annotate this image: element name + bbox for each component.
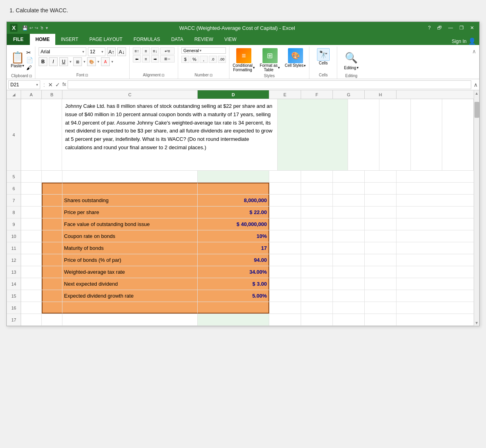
- underline-arrow[interactable]: ▾: [70, 60, 72, 64]
- cell-g10[interactable]: [333, 230, 365, 242]
- col-header-g[interactable]: G: [333, 90, 365, 99]
- cell-g7[interactable]: [333, 195, 365, 206]
- cell-h7[interactable]: [365, 195, 397, 206]
- cell-a11[interactable]: [21, 242, 42, 254]
- cell-c10[interactable]: Coupon rate on bonds: [62, 230, 198, 242]
- increase-font-button[interactable]: A↑: [107, 47, 116, 56]
- formula-expand-button[interactable]: ∧: [474, 82, 478, 88]
- cell-g12[interactable]: [333, 254, 365, 266]
- cells-button[interactable]: 🔭 Cells: [314, 47, 333, 66]
- col-header-a[interactable]: A: [21, 90, 42, 99]
- cell-a13[interactable]: [21, 266, 42, 278]
- cell-d14[interactable]: $ 3.00: [198, 278, 269, 290]
- cell-e12[interactable]: [269, 254, 301, 266]
- format-as-table-button[interactable]: ⊞ Format asTable ▾: [258, 47, 282, 73]
- cell-c9[interactable]: Face value of outstanding bond issue: [62, 218, 198, 230]
- cell-e15[interactable]: [269, 290, 301, 302]
- scroll-down-button[interactable]: ▼: [474, 320, 479, 326]
- undo-icon[interactable]: ↩: [29, 25, 33, 31]
- cell-c13[interactable]: Weighted-average tax rate: [62, 266, 198, 278]
- cell-h17[interactable]: [365, 314, 397, 325]
- conditional-formatting-button[interactable]: ≡ ConditionalFormatting ▾: [231, 47, 257, 73]
- vertical-scrollbar[interactable]: ▲ ▼: [474, 90, 479, 326]
- cell-e9[interactable]: [269, 218, 301, 230]
- cell-c7[interactable]: Shares outstanding: [62, 195, 198, 206]
- paste-button[interactable]: 📋 Paste ▾: [11, 52, 25, 68]
- help-button[interactable]: ?: [426, 24, 433, 31]
- cell-f12[interactable]: [301, 254, 333, 266]
- cell-a6[interactable]: [21, 183, 42, 194]
- cell-d9[interactable]: $ 40,000,000: [198, 218, 269, 230]
- cell-f15[interactable]: [301, 290, 333, 302]
- cell-h13[interactable]: [365, 266, 397, 278]
- cell-h15[interactable]: [365, 290, 397, 302]
- ribbon-collapse-button[interactable]: ∧: [470, 47, 478, 56]
- cell-a12[interactable]: [21, 254, 42, 266]
- cell-c8[interactable]: Price per share: [62, 206, 198, 218]
- cell-b5[interactable]: [42, 171, 62, 182]
- scrollbar-thumb[interactable]: [474, 102, 479, 118]
- cell-e11[interactable]: [269, 242, 301, 254]
- cell-styles-button[interactable]: 🎨 Cell Styles ▾: [283, 47, 307, 68]
- cell-a15[interactable]: [21, 290, 42, 302]
- cell-e6[interactable]: [269, 183, 301, 194]
- italic-button[interactable]: I: [49, 57, 58, 66]
- cell-c14[interactable]: Next expected dividend: [62, 278, 198, 290]
- cell-a16[interactable]: [21, 302, 42, 314]
- align-bottom-button[interactable]: ≡↓: [151, 47, 159, 55]
- cell-d12[interactable]: 94.00: [198, 254, 269, 266]
- cell-b9[interactable]: [42, 218, 62, 230]
- cell-ref-box[interactable]: D21 ▾: [8, 80, 40, 89]
- cell-a4[interactable]: [21, 99, 41, 170]
- increase-decimal-button[interactable]: .00: [218, 56, 226, 63]
- cell-d15[interactable]: 5.00%: [198, 290, 269, 302]
- bold-button[interactable]: B: [39, 57, 47, 66]
- cell-d17[interactable]: [198, 314, 269, 325]
- number-expand-icon[interactable]: ⊡: [210, 73, 213, 77]
- cell-g17[interactable]: [333, 314, 365, 325]
- cell-c5[interactable]: [62, 171, 198, 182]
- cell-h9[interactable]: [365, 218, 397, 230]
- cell-a9[interactable]: [21, 218, 42, 230]
- decrease-font-button[interactable]: A↓: [117, 47, 126, 56]
- cell-g9[interactable]: [333, 218, 365, 230]
- redo-icon[interactable]: ↪: [35, 25, 38, 31]
- font-color-button[interactable]: A: [101, 57, 110, 66]
- cell-h16[interactable]: [365, 302, 397, 314]
- cell-d4[interactable]: [278, 99, 348, 170]
- cut-button[interactable]: ✂: [26, 49, 33, 56]
- cell-g14[interactable]: [333, 278, 365, 290]
- cell-c12[interactable]: Price of bonds (% of par): [62, 254, 198, 266]
- cell-b12[interactable]: [42, 254, 62, 266]
- close-button[interactable]: ✕: [468, 24, 476, 31]
- cell-e8[interactable]: [269, 206, 301, 218]
- confirm-formula-icon[interactable]: ✓: [55, 82, 60, 88]
- col-header-c[interactable]: C: [62, 90, 198, 99]
- tab-review[interactable]: REVIEW: [189, 34, 219, 45]
- cell-f11[interactable]: [301, 242, 333, 254]
- cell-f17[interactable]: [301, 314, 333, 325]
- number-format-selector[interactable]: General ▾: [181, 47, 226, 54]
- cell-c6[interactable]: [62, 183, 198, 194]
- minimize-button[interactable]: —: [446, 24, 455, 31]
- border-button[interactable]: ⊞: [73, 57, 82, 66]
- font-color-arrow[interactable]: ▾: [111, 60, 113, 64]
- quick-save-icon[interactable]: 💾: [22, 25, 28, 31]
- cell-d10[interactable]: 10%: [198, 230, 269, 242]
- currency-button[interactable]: $: [181, 56, 189, 63]
- cell-g15[interactable]: [333, 290, 365, 302]
- cell-d13[interactable]: 34.00%: [198, 266, 269, 278]
- cell-g13[interactable]: [333, 266, 365, 278]
- cell-e17[interactable]: [269, 314, 301, 325]
- decrease-decimal-button[interactable]: .0: [209, 56, 217, 63]
- cell-g6[interactable]: [333, 183, 365, 194]
- sign-in-text[interactable]: Sign In: [452, 39, 467, 44]
- cell-h8[interactable]: [365, 206, 397, 218]
- fill-color-arrow[interactable]: ▾: [97, 60, 99, 64]
- cell-b11[interactable]: [42, 242, 62, 254]
- cell-f9[interactable]: [301, 218, 333, 230]
- underline-button[interactable]: U: [59, 57, 68, 66]
- cell-f10[interactable]: [301, 230, 333, 242]
- cell-a8[interactable]: [21, 206, 42, 218]
- cell-e16[interactable]: [269, 302, 301, 314]
